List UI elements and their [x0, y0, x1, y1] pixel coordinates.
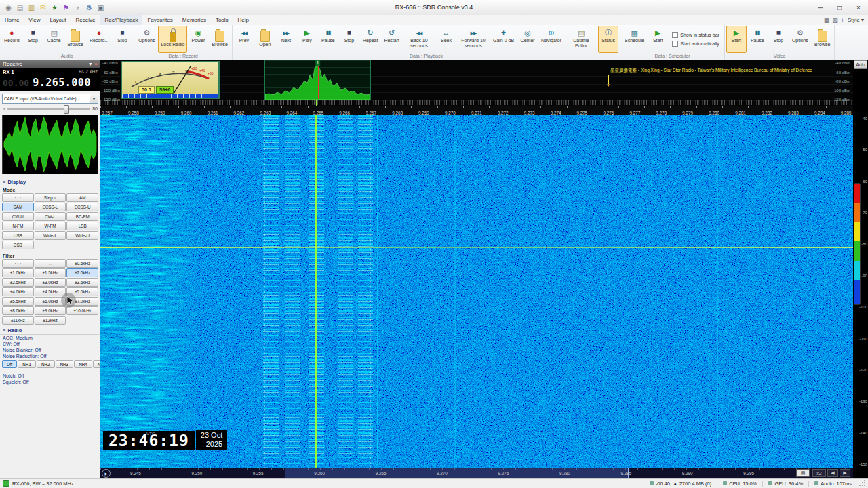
filter-button[interactable]: ±12kHz: [35, 316, 66, 325]
notch-setting[interactable]: Notch: Off: [0, 373, 100, 379]
ribbon-button[interactable]: Schedule: [622, 26, 647, 53]
mode-button[interactable]: CW-U: [2, 212, 34, 221]
ribbon-button[interactable]: Power: [188, 26, 208, 53]
ribbon-button[interactable]: Datafile Editor: [565, 26, 597, 53]
minimize-button[interactable]: ─: [811, 1, 830, 15]
ribbon-button[interactable]: Center: [517, 26, 538, 53]
mode-button[interactable]: BC-FM: [66, 212, 98, 221]
ribbon-button[interactable]: Browse: [65, 26, 86, 53]
filter-button[interactable]: ±11kHz: [2, 316, 34, 325]
layout-icon[interactable]: +: [841, 17, 844, 24]
quick-access-icon[interactable]: ♪: [73, 4, 82, 12]
ribbon-button[interactable]: Stop: [768, 26, 789, 53]
mode-button[interactable]: ECSS-U: [66, 203, 98, 211]
volume-slider-thumb[interactable]: [64, 105, 69, 114]
chevron-down-icon[interactable]: ▾: [90, 94, 98, 103]
audio-device-select[interactable]: CABLE Input (VB-Audio Virtual Cable) ▾: [2, 94, 98, 104]
radio-setting-row[interactable]: Noise Blanker: Off: [0, 347, 100, 353]
spectrum-display[interactable]: -40 dBm-60 dBm-80 dBm-100 dBm-120 dBm -4…: [100, 60, 853, 106]
mode-button[interactable]: Step ≡: [35, 193, 66, 202]
mode-button[interactable]: CW-L: [35, 212, 66, 221]
mode-button[interactable]: SAM: [2, 203, 34, 211]
ribbon-button[interactable]: Prev: [234, 26, 254, 53]
mode-button[interactable]: DSB: [2, 241, 34, 249]
quick-access-icon[interactable]: ⚑: [62, 4, 71, 12]
ribbon-button[interactable]: Cache: [44, 26, 64, 53]
ribbon-button[interactable]: Record...: [87, 26, 111, 53]
resize-grip[interactable]: [859, 480, 865, 487]
collapse-icon[interactable]: ▾: [89, 61, 92, 67]
menu-item[interactable]: Help: [233, 15, 254, 25]
quick-access-icon[interactable]: ✉: [39, 4, 47, 12]
menu-item[interactable]: Tools: [211, 15, 233, 25]
ribbon-button[interactable]: Options: [789, 26, 811, 53]
ribbon-button[interactable]: Browse: [812, 26, 833, 53]
maximize-button[interactable]: □: [830, 1, 849, 15]
mode-button[interactable]: USB: [2, 231, 34, 240]
ribbon-button[interactable]: Record: [1, 26, 22, 53]
filter-button[interactable]: ±9.0kHz: [35, 306, 66, 315]
radio-setting-row[interactable]: AGC: Medium: [0, 335, 100, 341]
filter-button[interactable]: ±0.5kHz: [66, 259, 98, 268]
ribbon-button[interactable]: Stop: [23, 26, 43, 53]
menu-item[interactable]: Rec/Playback: [100, 15, 142, 25]
display-section-header[interactable]: ≡ Display: [0, 178, 100, 186]
mode-button[interactable]: LSB: [66, 222, 98, 230]
close-button[interactable]: ×: [849, 1, 868, 15]
mode-button[interactable]: ECSS-L: [35, 203, 66, 211]
scheduler-checkbox[interactable]: Start automatically: [672, 41, 719, 47]
close-panel-icon[interactable]: ×: [94, 61, 98, 67]
mode-button[interactable]: Wide-U: [66, 231, 98, 240]
menu-item[interactable]: Memories: [178, 15, 211, 25]
mode-button[interactable]: Wide-L: [35, 231, 66, 240]
filter-button[interactable]: ±8.0kHz: [2, 306, 34, 315]
filter-button[interactable]: ±3.5kHz: [66, 278, 98, 287]
filter-button[interactable]: ±2.5kHz: [2, 278, 34, 287]
mode-button[interactable]: · · ·: [2, 193, 34, 202]
ribbon-button[interactable]: Pause: [747, 26, 768, 53]
menu-item[interactable]: View: [24, 15, 45, 25]
nr-button[interactable]: NR4: [74, 360, 92, 368]
mode-button[interactable]: N-FM: [2, 222, 34, 230]
ribbon-button[interactable]: Forward 10 seconds: [457, 26, 490, 53]
ribbon-button[interactable]: Start: [726, 26, 747, 53]
scroll-right-button[interactable]: ▶: [840, 469, 850, 477]
history-play-button[interactable]: ▶: [102, 469, 111, 478]
filter-button[interactable]: ±1.0kHz: [2, 268, 34, 277]
filter-button[interactable]: ±4.5kHz: [35, 287, 66, 296]
ribbon-button[interactable]: Repeat: [360, 26, 381, 53]
ribbon-button[interactable]: Pause: [318, 26, 338, 53]
quick-access-icon[interactable]: ▤: [16, 4, 24, 12]
nr-button[interactable]: Off: [2, 360, 17, 368]
filter-button[interactable]: ±3.0kHz: [35, 278, 66, 287]
ribbon-button[interactable]: Status: [598, 26, 618, 53]
ribbon-button[interactable]: Open: [255, 26, 275, 53]
ribbon-button[interactable]: Gain 0 dB: [490, 26, 517, 53]
squelch-setting[interactable]: Squelch: Off: [0, 379, 100, 385]
quick-access-icon[interactable]: ★: [50, 4, 59, 12]
filter-button[interactable]: ±2.0kHz: [66, 268, 98, 277]
filter-button[interactable]: ↔: [35, 259, 66, 268]
mode-button[interactable]: W-FM: [35, 222, 66, 230]
scroll-left-button[interactable]: ◀: [827, 469, 838, 477]
ribbon-button[interactable]: Stop: [112, 26, 132, 53]
nr-button[interactable]: NR3: [56, 360, 74, 368]
ribbon-button[interactable]: Lock Radio: [158, 26, 187, 53]
band-navigator[interactable]: 9.2459.2509.2559.2609.2659.2709.2759.280…: [100, 468, 853, 479]
waterfall-color-legend[interactable]: [854, 183, 861, 305]
auto-scale-button[interactable]: Auto: [854, 60, 867, 69]
layout-icon[interactable]: ▧: [832, 17, 838, 24]
quick-access-icon[interactable]: ▣: [96, 4, 105, 12]
filter-button[interactable]: ±1.5kHz: [35, 268, 66, 277]
menu-item[interactable]: Favourites: [142, 15, 177, 25]
ribbon-button[interactable]: Next: [276, 26, 296, 53]
ribbon-button[interactable]: Play: [297, 26, 317, 53]
ribbon-button[interactable]: Options: [136, 26, 157, 53]
zoom-level-button[interactable]: x2: [812, 469, 826, 477]
mode-button[interactable]: AM: [66, 193, 98, 202]
style-selector[interactable]: Style ▾: [848, 17, 864, 23]
quick-access-icon[interactable]: ▥: [27, 4, 36, 12]
filter-button[interactable]: ±5.5kHz: [2, 297, 34, 306]
frequency-display[interactable]: 00.00 9.265.000: [3, 77, 98, 89]
filter-button[interactable]: ±4.0kHz: [2, 287, 34, 296]
